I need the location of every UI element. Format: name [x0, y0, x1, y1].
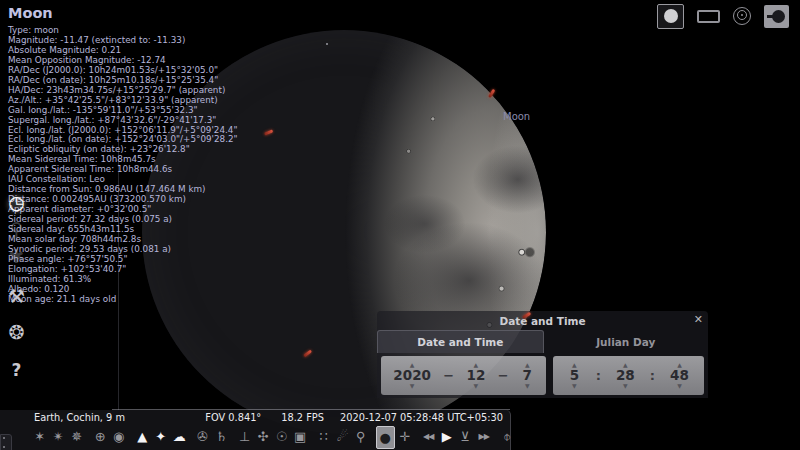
status-row: Earth, Cochin, 9 m FOV 0.841° 18.2 FPS 2…	[34, 412, 503, 423]
object-info-line: Moon age: 21.1 days old	[8, 295, 238, 305]
time-play-button[interactable]: ▶	[438, 426, 456, 447]
time-forward-icon: ▶▶	[479, 432, 489, 441]
telrad-crosshair-button[interactable]: ✛	[396, 426, 414, 447]
planet-labels-button[interactable]: ♄	[213, 426, 231, 447]
time-forward-button[interactable]: ▶▶	[475, 426, 493, 447]
ground-button[interactable]: ▲	[134, 426, 152, 447]
time-rewind-button[interactable]: ◀◀	[420, 426, 438, 447]
month-decrement-button[interactable]: ▼	[470, 382, 483, 390]
deep-sky-objects-icon: ✇	[197, 429, 208, 444]
time-set-now-icon: ⊻	[460, 429, 470, 444]
location-icon: ❂	[9, 321, 25, 343]
telrad-crosshair-icon: ✛	[399, 429, 410, 444]
month-spinner: ▲ 12 ▼	[467, 361, 486, 391]
datetime-dialog-content: ▲ 2020 ▼ − ▲ 12 ▼ − ▲ 7 ▼	[377, 353, 708, 395]
close-icon[interactable]: ✕	[694, 313, 703, 326]
tab-julian-day[interactable]: Julian Day	[544, 330, 709, 353]
tab-date-and-time[interactable]: Date and Time	[377, 330, 544, 353]
planet-labels-icon: ♄	[215, 429, 227, 444]
toolbar-group: ⊕◉	[92, 426, 128, 449]
configuration-icon: ⚒	[8, 285, 25, 307]
minute-decrement-button[interactable]: ▼	[619, 382, 632, 390]
datetime-dialog-titlebar[interactable]: Date and Time ✕	[377, 311, 708, 330]
location-button[interactable]: ❂	[3, 318, 30, 345]
mount-switch-button[interactable]: ⊥	[236, 426, 254, 447]
day-spinner: ▲ 7 ▼	[521, 361, 534, 391]
quit-button[interactable]: ⌽	[499, 426, 517, 447]
constellation-art-icon: ✵	[71, 429, 82, 444]
stellarium-window: Moon Moon Type: moonMagnitude: -11.47 (e…	[0, 0, 800, 450]
date-separator: −	[498, 368, 509, 384]
ocular-view-bottom-button[interactable]: ●	[376, 426, 396, 449]
toolbar-group: ◀◀▶⊻▶▶	[420, 426, 493, 449]
constellation-labels-button[interactable]: ✴	[50, 426, 68, 447]
minute-value[interactable]: 28	[616, 369, 635, 383]
center-on-object-icon: ✣	[258, 429, 269, 444]
meteor-radiants-icon: ☄	[336, 429, 348, 444]
toolbar-group: ✇♄	[194, 426, 230, 449]
constellation-lines-button[interactable]: ✶	[31, 426, 49, 447]
fullscreen-button[interactable]: ▣	[292, 426, 310, 447]
sensor-frame-button[interactable]	[697, 10, 720, 23]
year-decrement-button[interactable]: ▼	[406, 382, 419, 390]
search-window-button[interactable]: ⚲	[3, 215, 30, 242]
second-spinner: ▲ 48 ▼	[670, 361, 689, 391]
object-info-lines: Type: moonMagnitude: -11.47 (extincted t…	[8, 26, 238, 305]
telrad-icon	[733, 7, 751, 25]
atmosphere-button[interactable]: ☁	[171, 426, 189, 447]
constellation-lines-icon: ✶	[34, 429, 45, 444]
equatorial-grid-icon: ⊕	[95, 429, 106, 444]
night-mode-button[interactable]: ☉	[273, 426, 291, 447]
azimuthal-grid-button[interactable]: ◉	[110, 426, 128, 447]
oculars-menu-button[interactable]	[764, 5, 789, 28]
telrad-view-button[interactable]	[733, 7, 751, 25]
help-button[interactable]: ?	[3, 356, 30, 383]
ocular-view-bottom-icon: ●	[380, 430, 391, 445]
cardinal-points-icon: ✦	[155, 429, 166, 444]
bottom-bar: Earth, Cochin, 9 m FOV 0.841° 18.2 FPS 2…	[0, 410, 511, 450]
toolbar-group: ●✛	[376, 426, 414, 449]
ocular-view-icon	[664, 9, 678, 23]
quit-icon: ⌽	[503, 429, 511, 445]
sky-viewing-options-icon: ✱	[9, 245, 25, 267]
configuration-button[interactable]: ⚒	[3, 282, 30, 309]
meteor-search-button[interactable]: ⚲	[352, 426, 370, 447]
second-decrement-button[interactable]: ▼	[673, 382, 686, 390]
day-value[interactable]: 7	[523, 369, 532, 383]
sky-viewing-options-button[interactable]: ✱	[3, 242, 30, 269]
datetime-status: 2020-12-07 05:28:48 UTC+05:30	[340, 412, 503, 423]
year-value[interactable]: 2020	[393, 369, 431, 383]
oculars-menu-icon	[767, 15, 776, 18]
second-value[interactable]: 48	[670, 369, 689, 383]
ocular-view-button[interactable]	[657, 4, 684, 29]
date-time-window-button[interactable]: ◷	[3, 188, 30, 215]
meteor-radiants-button[interactable]: ☄	[334, 426, 352, 447]
constellation-art-button[interactable]: ✵	[68, 426, 86, 447]
left-toolbar: ◷⚲✱⚒❂?	[3, 188, 30, 383]
hour-decrement-button[interactable]: ▼	[568, 382, 581, 390]
bottom-bar-border	[112, 409, 510, 410]
center-on-object-button[interactable]: ✣	[255, 426, 273, 447]
satellite-hints-button[interactable]: ∷	[315, 426, 333, 447]
toolbar-group: ∷☄⚲	[315, 426, 370, 449]
hour-value[interactable]: 5	[570, 369, 579, 383]
minute-spinner: ▲ 28 ▼	[616, 361, 635, 391]
mount-switch-icon: ⊥	[239, 429, 250, 444]
star-dot	[326, 43, 328, 45]
toolbar-group: ⌽	[499, 426, 517, 449]
date-spinner-group: ▲ 2020 ▼ − ▲ 12 ▼ − ▲ 7 ▼	[381, 356, 546, 395]
deep-sky-objects-button[interactable]: ✇	[194, 426, 212, 447]
toolbar-group: ⊥✣☉▣	[236, 426, 309, 449]
gui-corner-handle[interactable]	[0, 434, 12, 450]
fov-status: FOV 0.841°	[205, 412, 261, 423]
equatorial-grid-button[interactable]: ⊕	[92, 426, 110, 447]
sensor-frame-icon	[697, 10, 720, 23]
fullscreen-icon: ▣	[294, 429, 306, 444]
time-separator: :	[650, 368, 655, 384]
month-value[interactable]: 12	[467, 369, 486, 383]
bottom-toolbar: ✶✴✵⊕◉▲✦☁✇♄⊥✣☉▣∷☄⚲●✛◀◀▶⊻▶▶⌽	[31, 426, 516, 449]
atmosphere-icon: ☁	[173, 429, 186, 444]
cardinal-points-button[interactable]: ✦	[152, 426, 170, 447]
time-set-now-button[interactable]: ⊻	[457, 426, 475, 447]
day-decrement-button[interactable]: ▼	[521, 382, 534, 390]
